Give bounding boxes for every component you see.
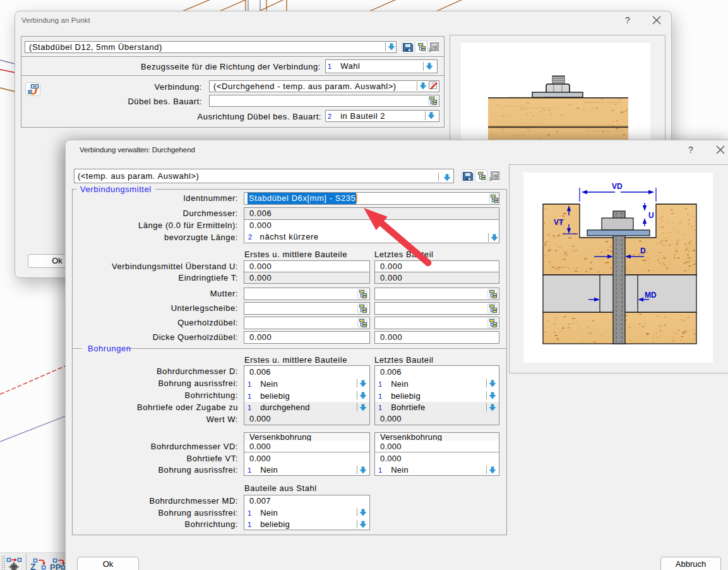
svg-text:VD: VD [612,182,623,191]
svg-text:MD: MD [645,291,657,300]
svg-text:PP: PP [50,562,61,570]
svg-text:D: D [640,246,646,255]
svg-text:Z: Z [30,562,36,570]
svg-text:U: U [648,211,654,220]
svg-text:VT: VT [554,218,564,227]
